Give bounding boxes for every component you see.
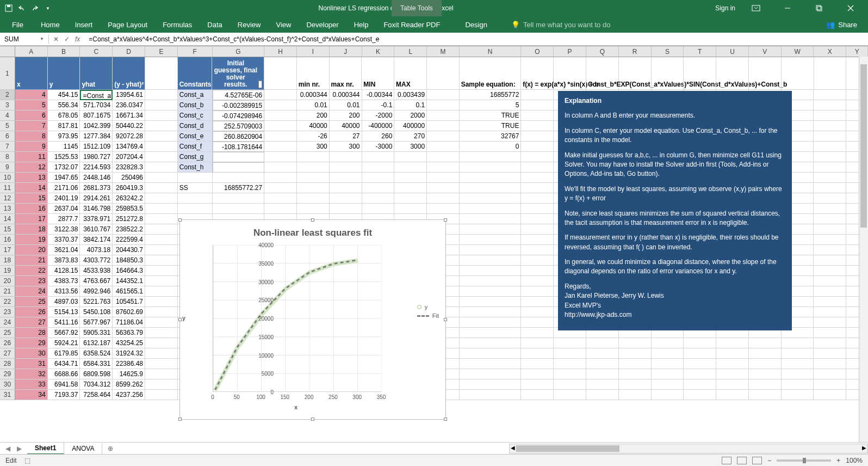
qat-dropdown-icon[interactable]: ▼ [44, 4, 52, 13]
zoom-level[interactable]: 100% [846, 457, 863, 464]
explanation-text-box[interactable]: Explanation In column A and B enter your… [558, 91, 792, 330]
cell-C11[interactable]: 2681.373 [80, 183, 113, 193]
const-val-5[interactable]: -108.1781644 [213, 142, 265, 152]
const-val-4[interactable]: 260.8620904 [213, 131, 265, 142]
cell-B15[interactable]: 3122.38 [48, 224, 80, 235]
cell-B31[interactable]: 7193.37 [48, 390, 80, 400]
cell-B11[interactable]: 2171.06 [48, 183, 80, 193]
page-break-view-button[interactable] [752, 457, 762, 464]
cell-B28[interactable]: 6434.71 [48, 359, 80, 369]
const-name-3[interactable]: Const_d [178, 121, 213, 131]
col-header-Q[interactable]: Q [586, 46, 619, 57]
row-header-23[interactable]: 23 [0, 307, 15, 317]
undo-icon[interactable] [17, 4, 26, 13]
cell-B14[interactable]: 2877.7 [48, 214, 80, 224]
ribbon-tab-formulas[interactable]: Formulas [155, 17, 200, 32]
cell-B19[interactable]: 4128.15 [48, 266, 80, 276]
col-header-G[interactable]: G [213, 46, 265, 57]
cell-C26[interactable]: 6132.187 [80, 338, 113, 348]
col-header-H[interactable]: H [264, 46, 297, 57]
cell-A7[interactable]: 9 [15, 142, 48, 152]
const-name-0[interactable]: Const_a [178, 90, 213, 100]
cell-A4[interactable]: 6 [15, 111, 48, 121]
cell-C21[interactable]: 4992.946 [80, 286, 113, 297]
ss-label[interactable]: SS [178, 183, 213, 193]
cell-C10[interactable]: 2448.146 [80, 173, 113, 183]
row-header-4[interactable]: 4 [0, 111, 15, 121]
tab-nav-next-icon[interactable]: ▶ [17, 445, 22, 452]
col-header-W[interactable]: W [782, 46, 814, 57]
cell-B27[interactable]: 6179.85 [48, 348, 80, 359]
cell-D6[interactable]: 92072.28 [113, 131, 145, 142]
cell-D8[interactable]: 207204.4 [113, 152, 145, 162]
row-header-8[interactable]: 8 [0, 152, 15, 162]
col-header-Y[interactable]: Y [846, 46, 868, 57]
row-header-16[interactable]: 16 [0, 235, 15, 245]
name-box-dropdown-icon[interactable]: ▼ [40, 36, 44, 41]
cell-A20[interactable]: 23 [15, 276, 48, 286]
chart-nonlinear-fit[interactable]: Non-linear least squares fit y x y Fit 0… [179, 219, 446, 420]
cell-D5[interactable]: 50440.22 [113, 121, 145, 131]
ribbon-tab-review[interactable]: Review [230, 17, 269, 32]
col-header-O[interactable]: O [521, 46, 554, 57]
cell-B22[interactable]: 4897.03 [48, 297, 80, 307]
cell-D10[interactable]: 250496 [113, 173, 145, 183]
const-val-0[interactable]: 4.52765E-06 [213, 90, 265, 100]
cell-B24[interactable]: 5411.16 [48, 317, 80, 328]
x-axis-label[interactable]: x [294, 404, 297, 410]
cell-B17[interactable]: 3621.04 [48, 245, 80, 255]
ribbon-tab-foxit[interactable]: Foxit Reader PDF [376, 17, 448, 32]
cell-D9[interactable]: 232828.3 [113, 162, 145, 173]
enter-formula-icon[interactable]: ✓ [64, 35, 70, 43]
cell-A6[interactable]: 8 [15, 131, 48, 142]
cell-A2[interactable]: 4 [15, 90, 48, 100]
cell-A5[interactable]: 7 [15, 121, 48, 131]
cell-D15[interactable]: 238522.2 [113, 224, 145, 235]
cell-D19[interactable]: 164664.3 [113, 266, 145, 276]
close-icon[interactable] [840, 0, 861, 16]
cell-A16[interactable]: 19 [15, 235, 48, 245]
const-val-6[interactable] [213, 152, 265, 162]
cell-D12[interactable]: 263242.2 [113, 193, 145, 204]
cell-B16[interactable]: 3370.37 [48, 235, 80, 245]
cell-B7[interactable]: 1145 [48, 142, 80, 152]
col-header-B[interactable]: B [48, 46, 80, 57]
cell-B29[interactable]: 6688.66 [48, 369, 80, 379]
row-header-26[interactable]: 26 [0, 338, 15, 348]
cell-C19[interactable]: 4533.938 [80, 266, 113, 276]
row-header-31[interactable]: 31 [0, 390, 15, 400]
cell-D23[interactable]: 87602.69 [113, 307, 145, 317]
cancel-formula-icon[interactable]: ✕ [53, 35, 59, 43]
cell-D11[interactable]: 260419.3 [113, 183, 145, 193]
cell-D3[interactable]: 236.0347 [113, 100, 145, 111]
cell-C22[interactable]: 5221.763 [80, 297, 113, 307]
cell-A18[interactable]: 21 [15, 255, 48, 266]
header-yhat[interactable]: yhat [80, 57, 113, 90]
cell-C14[interactable]: 3378.971 [80, 214, 113, 224]
cell-C28[interactable]: 6584.331 [80, 359, 113, 369]
save-icon[interactable] [4, 4, 13, 13]
col-header-J[interactable]: J [330, 46, 362, 57]
cell-C27[interactable]: 6358.524 [80, 348, 113, 359]
sheet-tab-sheet1[interactable]: Sheet1 [27, 443, 64, 455]
cell-B12[interactable]: 2401.19 [48, 193, 80, 204]
col-header-N[interactable]: N [460, 46, 522, 57]
cell-C30[interactable]: 7034.312 [80, 379, 113, 390]
cell-D20[interactable]: 144352.1 [113, 276, 145, 286]
cell-C17[interactable]: 4073.18 [80, 245, 113, 255]
cell-C12[interactable]: 2914.261 [80, 193, 113, 204]
cell-C6[interactable]: 1277.384 [80, 131, 113, 142]
const-name-5[interactable]: Const_f [178, 142, 213, 152]
cell-C3[interactable]: 571.7034 [80, 100, 113, 111]
ribbon-tab-insert[interactable]: Insert [67, 17, 101, 32]
chart-legend[interactable]: y Fit [417, 302, 439, 321]
ribbon-options-icon[interactable] [745, 0, 767, 16]
cell-C24[interactable]: 5677.967 [80, 317, 113, 328]
row-header-5[interactable]: 5 [0, 121, 15, 131]
cell-A10[interactable]: 13 [15, 173, 48, 183]
row-header-20[interactable]: 20 [0, 276, 15, 286]
cell-D21[interactable]: 461565.1 [113, 286, 145, 297]
cell-B5[interactable]: 817.81 [48, 121, 80, 131]
ribbon-tab-help[interactable]: Help [346, 17, 376, 32]
cell-B8[interactable]: 1525.53 [48, 152, 80, 162]
